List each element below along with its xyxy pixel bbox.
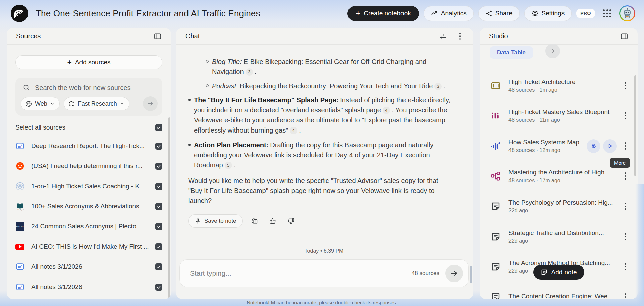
source-checkbox[interactable]: [155, 163, 162, 170]
citation-chip[interactable]: 3: [246, 68, 253, 76]
chat-bullet: The "Buy It For Life Basecamp" Splash Pa…: [188, 95, 453, 135]
venn-diagram-icon: [15, 182, 24, 191]
search-icon: [23, 84, 30, 91]
gear-icon: [531, 10, 539, 17]
notebooklm-note-icon: m: [15, 142, 24, 151]
studio-scrollbar[interactable]: [634, 75, 636, 176]
interactive-mode-icon[interactable]: [587, 139, 600, 153]
chat-input[interactable]: [190, 269, 412, 277]
web-filter-dropdown[interactable]: Web: [21, 97, 60, 110]
sources-scrollbar[interactable]: [168, 117, 170, 298]
plus-icon: +: [356, 9, 360, 17]
bullet-marker: [188, 99, 191, 101]
add-sources-button[interactable]: + Add sources: [15, 55, 162, 69]
source-row[interactable]: 1-on-1 High Ticket Sales Coaching - K...: [7, 176, 171, 196]
send-button[interactable]: [445, 265, 463, 282]
web-search-card: Search the web for new sources Web: [15, 78, 162, 116]
studio-output-chip-row: Data Table: [480, 45, 638, 65]
add-note-button[interactable]: Add note: [533, 265, 584, 280]
app-header: The One-Sentence Profit Extractor and AI…: [0, 0, 644, 27]
svg-text:Sales Playbook: Sales Playbook: [17, 209, 24, 211]
more-vertical-icon[interactable]: [620, 80, 632, 92]
more-vertical-icon[interactable]: [620, 200, 632, 212]
save-to-note-button[interactable]: Save to note: [188, 214, 243, 228]
studio-item[interactable]: Strategic Traffic and Distribution... 22…: [480, 221, 638, 252]
share-icon: [485, 10, 492, 17]
header-actions: + Create notebook Analytics S: [347, 5, 635, 21]
expand-studio-panel-icon[interactable]: [618, 30, 630, 42]
source-checkbox[interactable]: [155, 143, 162, 150]
source-checkbox[interactable]: [155, 203, 162, 210]
studio-item[interactable]: High Ticket Architecture 48 sources · 1m…: [480, 70, 638, 101]
globe-icon: [25, 100, 32, 107]
more-tooltip: More: [610, 158, 630, 168]
share-button[interactable]: Share: [478, 6, 520, 21]
select-all-label: Select all sources: [15, 124, 65, 131]
apps-grid-icon[interactable]: [600, 6, 614, 21]
research-mode-dropdown[interactable]: Fast Research: [64, 97, 129, 110]
select-all-checkbox[interactable]: [155, 124, 162, 131]
source-row[interactable]: Sales Playbook 100+ Sales Acronyms & Abb…: [7, 196, 171, 216]
studio-item[interactable]: High-Ticket Mastery Sales Blueprint 48 s…: [480, 101, 638, 131]
sources-panel-title: Sources: [16, 32, 41, 40]
play-icon[interactable]: [603, 139, 617, 153]
more-vertical-icon[interactable]: [620, 291, 632, 299]
note-icon: [490, 292, 502, 299]
youtube-icon: [15, 242, 24, 251]
notebooklm-logo[interactable]: [11, 5, 28, 22]
settings-button[interactable]: Settings: [524, 6, 572, 21]
studio-item[interactable]: How Sales Systems Map... 48 sources · 12…: [480, 131, 638, 161]
source-checkbox[interactable]: [155, 223, 162, 230]
source-checkbox[interactable]: [155, 263, 162, 270]
source-row[interactable]: (USA) I need help determining if this r.…: [7, 156, 171, 176]
copy-icon[interactable]: [249, 215, 261, 227]
source-checkbox[interactable]: [155, 183, 162, 190]
date-divider: Today • 6:39 PM: [188, 248, 460, 254]
search-submit-button[interactable]: [143, 96, 158, 111]
sub-bullet-marker: [206, 60, 209, 63]
chevron-right-icon[interactable]: [545, 44, 560, 58]
source-row[interactable]: m All notes 3/1/2026: [7, 277, 171, 297]
source-row[interactable]: m Deep Research Report: The High-Tick...: [7, 136, 171, 156]
source-row[interactable]: PLECTO 24 Common Sales Acronyms | Plecto: [7, 216, 171, 237]
tune-icon[interactable]: [437, 30, 449, 42]
more-vertical-icon[interactable]: [620, 231, 632, 243]
sources-panel: Sources + Add sources Search the web for…: [7, 28, 171, 299]
source-checkbox[interactable]: [155, 284, 162, 291]
notebook-title[interactable]: The One-Sentence Profit Extractor and AI…: [36, 8, 260, 19]
citation-chip[interactable]: 5: [225, 162, 232, 169]
note-icon: [490, 201, 502, 211]
citation-chip[interactable]: 4: [290, 127, 297, 134]
chat-scrollbar[interactable]: [470, 266, 472, 283]
chat-panel: Chat Blog Title:E-Bike Bikepacking: Esse…: [176, 28, 473, 299]
chat-input-box: 48 sources: [179, 259, 469, 287]
notebooklm-note-icon: m: [15, 283, 24, 292]
citation-chip[interactable]: 4: [383, 107, 390, 114]
bullet-marker: [188, 144, 191, 146]
thumbs-down-icon[interactable]: [285, 215, 297, 227]
analytics-button[interactable]: Analytics: [424, 6, 474, 21]
thumbs-up-icon[interactable]: [267, 215, 279, 227]
more-vertical-icon[interactable]: [620, 140, 632, 152]
data-table-chip[interactable]: Data Table: [490, 46, 533, 59]
source-row[interactable]: m All notes 3/1/2026: [7, 257, 171, 277]
search-input[interactable]: Search the web for new sources: [21, 82, 157, 93]
create-notebook-button[interactable]: + Create notebook: [347, 6, 419, 21]
source-list: m Deep Research Report: The High-Tick...…: [7, 136, 171, 297]
avatar[interactable]: [619, 5, 635, 21]
studio-panel-title: Studio: [489, 32, 508, 40]
source-row[interactable]: AI CEO: THIS is How I'd Make My First ..…: [7, 237, 171, 257]
chevron-down-icon: [50, 101, 55, 106]
more-vertical-icon[interactable]: [620, 170, 632, 182]
source-checkbox[interactable]: [155, 243, 162, 250]
studio-item[interactable]: The Psychology of Persuasion: Hig... 22d…: [480, 191, 638, 221]
more-vertical-icon[interactable]: [620, 261, 632, 273]
sub-bullet-marker: [206, 84, 209, 87]
studio-item[interactable]: The Content Creation Engine: Wee...: [480, 282, 638, 299]
add-note-icon: [540, 269, 547, 276]
svg-text:m: m: [18, 285, 21, 289]
collapse-sources-panel-icon[interactable]: [152, 30, 164, 42]
more-vertical-icon[interactable]: [620, 110, 632, 122]
citation-chip[interactable]: 3: [434, 83, 442, 90]
more-vertical-icon[interactable]: [454, 30, 466, 42]
